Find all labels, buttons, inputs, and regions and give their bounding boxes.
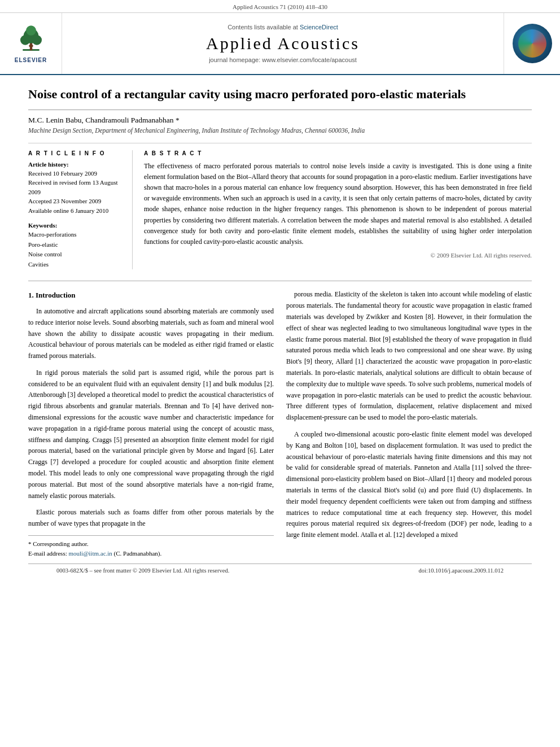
body-col-left: 1. Introduction In automotive and aircra… <box>28 289 274 558</box>
elsevier-tree-icon <box>14 24 48 55</box>
revised-date: Received in revised form 13 August 2009 <box>28 178 124 196</box>
keyword-4: Cavities <box>28 260 124 270</box>
elsevier-brand-text: ELSEVIER <box>15 57 47 63</box>
contents-text: Contents lists available at <box>228 24 298 30</box>
abstract-col: A B S T R A C T The effectiveness of mac… <box>144 150 532 270</box>
top-bar: Applied Acoustics 71 (2010) 418–430 <box>0 0 560 13</box>
email-label: E-mail address: <box>28 550 67 557</box>
copyright-line: © 2009 Elsevier Ltd. All rights reserved… <box>144 252 532 259</box>
journal-homepage: journal homepage: www.elsevier.com/locat… <box>209 56 357 63</box>
abstract-heading: A B S T R A C T <box>144 150 532 156</box>
section-divider <box>28 281 532 281</box>
history-label: Article history: <box>28 161 124 168</box>
elsevier-logo: ELSEVIER <box>14 24 48 63</box>
issn-text: 0003-682X/$ – see front matter © 2009 El… <box>56 567 229 574</box>
body-para-right-1: porous media. Elasticity of the skeleton… <box>286 289 532 423</box>
keyword-2: Poro-elastic <box>28 240 124 250</box>
article-info-heading: A R T I C L E I N F O <box>28 150 124 156</box>
email-suffix: (C. Padmanabhan). <box>114 550 162 557</box>
main-content: Noise control of a rectangular cavity us… <box>0 75 560 588</box>
keyword-1: Macro-perforations <box>28 230 124 240</box>
affiliation: Machine Design Section, Department of Me… <box>28 127 532 134</box>
body-columns: 1. Introduction In automotive and aircra… <box>28 289 532 558</box>
svg-point-5 <box>26 25 36 36</box>
body-para-left-3: Elastic porous materials such as foams d… <box>28 507 274 530</box>
sciencedirect-link[interactable]: ScienceDirect <box>300 24 338 30</box>
svg-point-6 <box>29 44 33 46</box>
svg-point-4 <box>32 35 42 45</box>
footnote-area: * Corresponding author. E-mail address: … <box>28 535 274 558</box>
article-title: Noise control of a rectangular cavity us… <box>28 86 532 110</box>
journal-ref: Applied Acoustics 71 (2010) 418–430 <box>233 3 327 10</box>
journal-title: Applied Acoustics <box>206 34 360 53</box>
keyword-3: Noise control <box>28 250 124 260</box>
body-para-left-1: In automotive and aircraft applications … <box>28 306 274 362</box>
article-body-top: A R T I C L E I N F O Article history: R… <box>28 143 532 270</box>
received-date: Received 10 February 2009 <box>28 169 124 178</box>
article-info: A R T I C L E I N F O Article history: R… <box>28 150 133 270</box>
footnote-corresponding: * Corresponding author. <box>28 539 274 549</box>
accepted-date: Accepted 23 November 2009 <box>28 196 124 206</box>
journal-header: ELSEVIER Contents lists available at Sci… <box>0 13 560 75</box>
journal-icon <box>513 24 552 63</box>
abstract-text: The effectiveness of macro perforated po… <box>144 161 532 248</box>
elsevier-logo-area: ELSEVIER <box>0 13 62 74</box>
footnote-email: E-mail address: mouli@iitm.ac.in (C. Pad… <box>28 549 274 558</box>
section1-title: 1. Introduction <box>28 289 274 301</box>
authors: M.C. Lenin Babu, Chandramouli Padmanabha… <box>28 116 532 125</box>
doi-text: doi:10.1016/j.apacoust.2009.11.012 <box>419 567 504 574</box>
journal-icon-area <box>504 13 560 74</box>
body-para-right-2: A coupled two-dimensional acoustic poro-… <box>286 429 532 541</box>
email-address: mouli@iitm.ac.in <box>68 550 112 557</box>
available-date: Available online 6 January 2010 <box>28 206 124 216</box>
body-para-left-2: In rigid porous materials the solid part… <box>28 368 274 502</box>
body-col-right: porous media. Elasticity of the skeleton… <box>286 289 532 558</box>
page-container: Applied Acoustics 71 (2010) 418–430 <box>0 0 560 588</box>
svg-point-3 <box>20 35 30 45</box>
journal-center: Contents lists available at ScienceDirec… <box>62 13 504 74</box>
keywords-list: Macro-perforations Poro-elastic Noise co… <box>28 230 124 269</box>
keywords-label: Keywords: <box>28 222 124 229</box>
contents-line: Contents lists available at ScienceDirec… <box>228 24 338 30</box>
bottom-bar: 0003-682X/$ – see front matter © 2009 El… <box>28 563 532 577</box>
